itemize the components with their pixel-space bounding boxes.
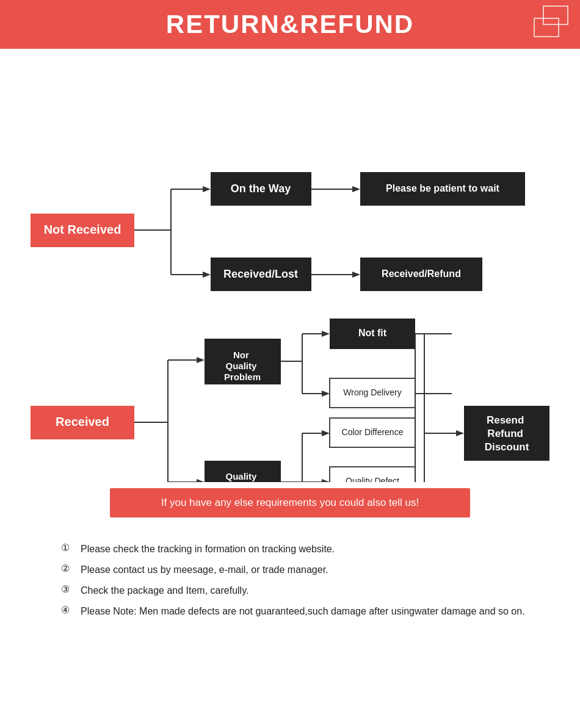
svg-marker-11 [352,272,360,278]
instruction-item-2: ② Please contact us by meesage, e-mail, … [61,563,531,577]
instruction-num-2: ② [61,563,76,574]
instruction-num-4: ④ [61,604,76,616]
svg-marker-9 [203,272,211,278]
svg-marker-21 [322,391,330,397]
svg-marker-15 [197,357,205,363]
received-lost-label: Received/Lost [223,268,298,280]
instruction-text-3: Check the package and Item, carefully. [81,583,248,598]
received-refund-label: Received/Refund [382,268,461,279]
page-title: RETURN&REFUND [166,10,414,39]
please-wait-label: Please be patient to wait [386,183,500,193]
instructions-section: ① Please check the tracking in formation… [24,536,556,637]
notice-text: If you have any else requirements you co… [161,497,419,508]
svg-marker-38 [456,430,464,436]
color-difference-label: Color Difference [342,427,404,437]
svg-rect-0 [543,6,568,24]
header-decoration [531,3,574,46]
wrong-delivery-label: Wrong Delivery [343,387,401,397]
received-label: Received [56,415,109,428]
instruction-num-1: ① [61,542,76,553]
not-fit-label: Not fit [358,328,387,338]
svg-rect-1 [534,18,559,37]
not-received-label: Not Received [44,223,121,236]
svg-marker-19 [322,331,330,337]
instruction-item-3: ③ Check the package and Item, carefully. [61,583,531,598]
on-the-way-label: On the Way [231,182,291,195]
instruction-item-4: ④ Please Note: Men made defects are not … [61,604,531,619]
instruction-item-1: ① Please check the tracking in formation… [61,542,531,557]
instruction-text-1: Please check the tracking in formation o… [81,542,335,557]
svg-marker-5 [203,186,211,192]
svg-marker-27 [322,430,330,436]
resend-refund-label: Resend Refund Discount [485,414,529,453]
header: RETURN&REFUND [0,0,580,49]
instruction-text-2: Please contact us by meesage, e-mail, or… [81,563,328,577]
quality-problem-label: Quality Problem [224,471,261,482]
svg-marker-29 [322,479,330,482]
quality-defect-label: Quality Defect [346,476,399,482]
svg-marker-23 [197,479,205,482]
instruction-num-3: ③ [61,583,76,595]
flowchart: Not Received On the Way Please be patien… [24,67,556,482]
instruction-text-4: Please Note: Men made defects are not gu… [81,604,525,619]
main-content: Not Received On the Way Please be patien… [0,49,580,655]
svg-marker-7 [352,186,360,192]
notice-bar: If you have any else requirements you co… [110,488,470,517]
